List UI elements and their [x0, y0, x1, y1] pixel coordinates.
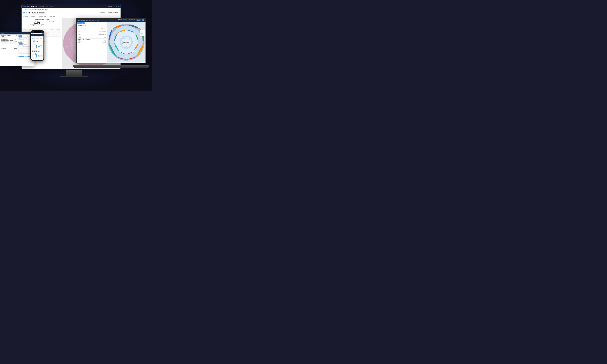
price-dot-p5 — [78, 33, 78, 34]
svg-text:⊞ Section: ⊞ Section — [140, 33, 143, 34]
total-distributed-max: de 7 825 — [32, 42, 43, 43]
nav-sales[interactable]: Sales ↗ — [46, 6, 49, 7]
user-icon[interactable]: 👤 — [118, 6, 119, 7]
laptop-financials: INFORMATIONS FINANCIÈRES Capacité 1 000 … — [77, 39, 107, 44]
delivery-tab-courrier[interactable]: Courrier — [23, 43, 27, 45]
tm1-tabs: Sommaire Appareils Journal des scans Con… — [22, 15, 121, 18]
fin-seats-value: 400 — [105, 41, 106, 42]
tab-rapports[interactable]: RAPP... — [17, 33, 20, 34]
tab-clients[interactable]: CLIENTS — [14, 33, 16, 34]
checkbox-icon[interactable] — [18, 41, 19, 42]
breadcrumb-city: Montreal, QC — [42, 9, 48, 10]
fav-value: 437 — [47, 43, 48, 43]
price-count-p6: 2 015 — [104, 34, 106, 35]
svg-text:— Siège: — Siège — [140, 31, 143, 31]
import-button[interactable]: Importer des codes à barres — [107, 12, 119, 13]
order-customer-venue: Ticketmaster Venue, Quebec, QC — [0, 38, 17, 38]
phone-tab-tendance[interactable]: Tendance des ventes — [35, 38, 39, 40]
svg-text:112: 112 — [132, 34, 133, 35]
fin-altys-value: PTS 568,0$ — [103, 42, 106, 43]
scan-dash: - — [37, 24, 37, 26]
nav-outils[interactable]: Outils ▾ — [50, 6, 54, 7]
phone-topbar: ‹ Kit Smith — [31, 34, 43, 36]
phone-tab-ventes[interactable]: Sommaire Des Ventes — [31, 38, 35, 40]
order-seats-title: Sièges sélectionnés (2) Fixer ① — [0, 39, 17, 40]
order-summary-title: Résumé de la commande Vider — [0, 35, 17, 36]
svg-text:305: 305 — [113, 48, 114, 49]
scan-activity-title: Activité du scan : avr. 24, 2022 — [22, 18, 62, 21]
tm1-nav-right: Area 15 | ⚙ ? 👤 — [109, 6, 119, 7]
export-button[interactable]: Exporter ▾ — [136, 19, 141, 21]
price-price-p5: 37,00$ — [99, 33, 101, 34]
laptop-main: Afficher les prix CATÉGORIES DE PRIX P1 … — [77, 22, 146, 63]
svg-text:ZONE DE: ZONE DE — [124, 41, 128, 41]
main-scene: tm/1 Events Entry Reports Marketing ▾ Sa… — [0, 0, 152, 91]
events-badge: 6 ÉVÉNEMENTS — [39, 12, 45, 13]
phone-donut-section: Vendus 2 625 (30%) 0 (0%) Faveur 0 (0%) — [31, 43, 43, 50]
total-distributed-value: 2 625 (30%) — [32, 41, 43, 42]
svg-text:303: 303 — [121, 55, 122, 55]
moy-label-phone: Moyenne des ventes par — [38, 55, 43, 56]
pay-tab-carte[interactable]: Carte — [18, 36, 22, 38]
svg-text:118: 118 — [126, 51, 127, 52]
pay-tab-comptant[interactable]: Comptant — [23, 36, 28, 38]
svg-text:109: 109 — [120, 34, 121, 35]
event-date: AVR. 24 — [23, 12, 27, 13]
laptop-tab-inventaire[interactable]: Inventaire — [123, 19, 127, 21]
seats-selected-label: Sièges sélectionnés (2) — [0, 39, 8, 40]
phone-tab-inventaire[interactable]: Inventaire — [39, 38, 43, 40]
tm1-logo: tm/1 — [23, 5, 26, 7]
nav-entry[interactable]: Entry — [31, 6, 34, 7]
order-vider-button[interactable]: Vider — [16, 35, 17, 36]
tab-appareils[interactable]: Appareils — [29, 15, 37, 18]
moy-value: 38 (0%) — [38, 56, 40, 57]
svg-text:107: 107 — [123, 32, 124, 33]
filter-prices-button[interactable]: Afficher les prix — [77, 22, 85, 24]
price-dot-p2 — [78, 28, 78, 29]
time-1: 2:07 pm — [30, 29, 33, 30]
country-code[interactable]: 🇨🇦 +1 — [18, 45, 21, 46]
phone-stats: Total - Distribués 2 625 (30%) de 7 825 — [31, 40, 43, 43]
svg-text:PERFORMANCE: PERFORMANCE — [123, 42, 129, 43]
nav-marketing[interactable]: Marketing ▾ — [39, 6, 44, 7]
help-icon[interactable]: ? — [116, 6, 117, 7]
tab-configuration[interactable]: Configuration — [48, 15, 57, 18]
cat-label-phone: Catégorie de prix — [32, 60, 43, 60]
config-badge: CONFIGURATION ENREGISTRÉE — [32, 13, 44, 14]
svg-text:217: 217 — [134, 26, 135, 27]
svg-text:304: 304 — [116, 52, 117, 52]
laptop: Monster Spectacular 2022 Samedi 01 Sep 2… — [76, 18, 151, 67]
laptop-user-avatar: T — [142, 19, 144, 21]
nav-events[interactable]: Events — [27, 6, 30, 7]
laptop-tab-tarification[interactable]: Tarification — [118, 19, 122, 21]
close-btn[interactable] — [1, 33, 2, 34]
time-2: 2:19 pm — [37, 29, 40, 30]
tab-sommaire[interactable]: Sommaire — [22, 15, 29, 18]
order-seat-1: SECTION 204 RANGÉE M SIÈGE 14 Standard A… — [0, 42, 17, 44]
phone-app: 15:04 ●●●● ‹ Kit Smith mer. 21 janv. 202… — [31, 33, 43, 60]
maximize-btn[interactable] — [3, 33, 4, 34]
taux-scan-stat: TAUX DE SCAN — [49, 21, 54, 26]
svg-text:331: 331 — [111, 36, 112, 36]
svg-text:--- Rangée: --- Rangée — [140, 32, 143, 33]
event-title: Tigers vs. Wolves — [28, 12, 38, 13]
settings-icon[interactable]: ⚙ — [114, 6, 115, 7]
laptop-tab-sieges[interactable]: Sièges accessibles — [128, 19, 135, 21]
phone-back-button[interactable]: ‹ — [32, 35, 32, 35]
tab-evenements[interactable]: ÉVÉNEMENTS — [8, 33, 12, 34]
minimize-btn[interactable] — [2, 33, 3, 34]
phone-notch — [34, 31, 41, 33]
fin-altys-label: ALTYS 6 — [78, 42, 80, 43]
breadcrumb-evenements[interactable]: Événements — [25, 9, 30, 10]
back-arrow-icon[interactable]: ← — [23, 9, 24, 10]
price-total-p4: 17 800,0$ — [101, 31, 105, 32]
tab-journal[interactable]: Journal des scans — [37, 15, 48, 18]
laptop-sidebar: Afficher les prix CATÉGORIES DE PRIX P1 … — [77, 22, 107, 63]
tab-liste[interactable]: Liste — [5, 33, 6, 34]
nav-reports[interactable]: Reports — [35, 6, 38, 7]
search-button[interactable]: Recherche — [100, 12, 106, 13]
fixer-button[interactable]: Fixer ① — [15, 39, 17, 40]
delivery-tab-sms[interactable]: Texte/SMS — [18, 43, 23, 45]
event-year: 2022 — [23, 13, 25, 14]
time-4: 2:43 pm — [51, 29, 53, 30]
